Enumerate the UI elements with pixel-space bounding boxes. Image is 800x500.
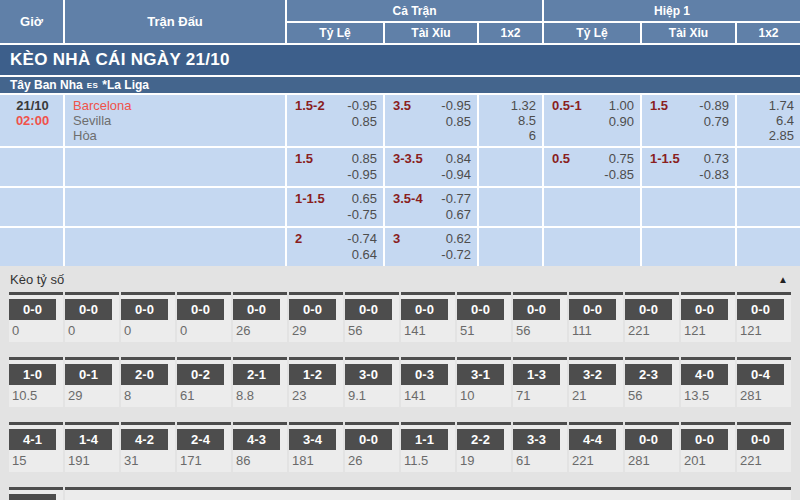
score-button[interactable]: 3-4 <box>289 429 336 450</box>
score-button[interactable]: 0-0 <box>569 299 616 320</box>
ft-handicap-cell[interactable]: 1.5-2-0.950.85 <box>287 95 383 146</box>
home-team: Barcelona <box>73 98 279 113</box>
odds-value[interactable]: 1.74 <box>769 98 794 113</box>
odds-value[interactable]: -0.74 <box>347 231 377 247</box>
match-teams-cell <box>65 228 285 266</box>
odds-value[interactable]: 2.85 <box>769 128 794 143</box>
score-button[interactable]: 0-4 <box>737 364 784 385</box>
score-button[interactable]: 2-3 <box>625 364 672 385</box>
collapse-section-icon[interactable]: ▲ <box>778 275 788 285</box>
h1-over-under-cell[interactable]: 1-1.50.73-0.83 <box>642 148 735 186</box>
score-cell: 0-00 <box>121 292 175 342</box>
ft-handicap-cell[interactable]: 1.50.85-0.95 <box>287 148 383 186</box>
score-button[interactable]: 1-4 <box>65 429 112 450</box>
score-button[interactable]: 1-3 <box>513 364 560 385</box>
odds-value[interactable]: 6 <box>529 128 536 143</box>
odds-value[interactable]: 0.75 <box>609 151 634 167</box>
odds-value[interactable]: 6.4 <box>776 113 794 128</box>
score-odds-value: 8 <box>121 385 175 403</box>
ft-over-under-cell[interactable]: 3-3.50.84-0.94 <box>385 148 477 186</box>
score-button[interactable]: 0-0 <box>9 494 56 500</box>
score-button[interactable]: 0-0 <box>65 299 112 320</box>
h1-over-under-cell[interactable]: 1.5-0.890.79 <box>642 95 735 146</box>
match-teams-cell[interactable]: BarcelonaSevillaHòa <box>65 95 285 146</box>
odds-value[interactable]: 0.73 <box>704 151 729 167</box>
odds-value[interactable]: 0.84 <box>446 151 471 167</box>
h1-handicap-cell[interactable]: 0.5-11.000.90 <box>544 95 640 146</box>
odds-values: 0.73-0.83 <box>699 151 729 183</box>
odds-value[interactable]: -0.95 <box>347 167 377 183</box>
score-button[interactable]: 2-2 <box>457 429 504 450</box>
score-button[interactable]: 4-4 <box>569 429 616 450</box>
score-button[interactable]: 0-3 <box>401 364 448 385</box>
score-button[interactable]: 3-2 <box>569 364 616 385</box>
odds-value[interactable]: 0.64 <box>352 247 377 263</box>
odds-value[interactable]: 0.79 <box>704 114 729 130</box>
h1-handicap-cell[interactable]: 0.50.75-0.85 <box>544 148 640 186</box>
score-button[interactable]: 0-0 <box>457 299 504 320</box>
score-button[interactable]: 3-3 <box>513 429 560 450</box>
score-button[interactable]: 0-0 <box>681 429 728 450</box>
col-header-h1-handicap: Tỷ Lệ <box>544 23 640 43</box>
score-button[interactable]: 0-2 <box>177 364 224 385</box>
ft-over-under-cell[interactable]: 30.62-0.72 <box>385 228 477 266</box>
odds-value[interactable]: -0.75 <box>347 207 377 223</box>
odds-value[interactable]: -0.85 <box>604 167 634 183</box>
odds-value[interactable]: -0.94 <box>441 167 471 183</box>
score-button[interactable]: 3-0 <box>345 364 392 385</box>
league-bar[interactable]: Tây Ban Nha ES *La Liga <box>0 77 800 93</box>
odds-value[interactable]: -0.95 <box>441 98 471 114</box>
score-button[interactable]: 0-0 <box>177 299 224 320</box>
score-button[interactable]: 4-0 <box>681 364 728 385</box>
score-odds-value: 0 <box>121 320 175 338</box>
score-button[interactable]: 0-0 <box>737 299 784 320</box>
score-button[interactable]: 2-4 <box>177 429 224 450</box>
odds-value[interactable]: 1.00 <box>609 98 634 114</box>
score-button[interactable]: 1-1 <box>401 429 448 450</box>
score-odds-value: 31 <box>121 450 175 468</box>
score-button[interactable]: 0-0 <box>513 299 560 320</box>
score-button[interactable]: 0-0 <box>233 299 280 320</box>
odds-value[interactable]: 0.85 <box>352 114 377 130</box>
ft-1x2-cell[interactable]: 1.328.56 <box>479 95 542 146</box>
score-button[interactable]: 0-0 <box>625 429 672 450</box>
odds-value[interactable]: 0.62 <box>446 231 471 247</box>
score-button[interactable]: 1-0 <box>9 364 56 385</box>
odds-value[interactable]: -0.95 <box>347 98 377 114</box>
odds-value[interactable]: 0.65 <box>352 191 377 207</box>
score-button[interactable]: 2-1 <box>233 364 280 385</box>
score-button[interactable]: 0-0 <box>345 429 392 450</box>
score-button[interactable]: 4-2 <box>121 429 168 450</box>
score-button[interactable]: 0-1 <box>65 364 112 385</box>
odds-value[interactable]: 8.5 <box>518 113 536 128</box>
score-button[interactable]: 1-2 <box>289 364 336 385</box>
score-button[interactable]: 0-0 <box>681 299 728 320</box>
odds-value[interactable]: -0.83 <box>699 167 729 183</box>
odds-value[interactable]: 0.90 <box>609 114 634 130</box>
score-button[interactable]: 0-0 <box>625 299 672 320</box>
score-button[interactable]: 4-1 <box>9 429 56 450</box>
ft-handicap-cell[interactable]: 1-1.50.65-0.75 <box>287 188 383 226</box>
score-button[interactable]: 0-0 <box>737 429 784 450</box>
score-button[interactable]: 4-3 <box>233 429 280 450</box>
odds-value[interactable]: -0.77 <box>441 191 471 207</box>
score-odds-value: 56 <box>513 320 567 338</box>
odds-value[interactable]: -0.89 <box>699 98 729 114</box>
odds-value[interactable]: 0.85 <box>352 151 377 167</box>
odds-value[interactable]: -0.72 <box>441 247 471 263</box>
ft-over-under-cell[interactable]: 3.5-0.950.85 <box>385 95 477 146</box>
score-button[interactable]: 0-0 <box>345 299 392 320</box>
odds-value[interactable]: 0.85 <box>446 114 471 130</box>
odds-value[interactable]: 0.67 <box>446 207 471 223</box>
ft-over-under-cell[interactable]: 3.5-4-0.770.67 <box>385 188 477 226</box>
score-button[interactable]: 0-0 <box>289 299 336 320</box>
score-button[interactable]: 3-1 <box>457 364 504 385</box>
score-button[interactable]: 0-0 <box>401 299 448 320</box>
score-button[interactable]: 0-0 <box>121 299 168 320</box>
h1-1x2-cell[interactable]: 1.746.42.85 <box>737 95 800 146</box>
score-button[interactable]: 0-0 <box>9 299 56 320</box>
ft-handicap-cell[interactable]: 2-0.740.64 <box>287 228 383 266</box>
ft-1x2-cell <box>479 148 542 186</box>
score-button[interactable]: 2-0 <box>121 364 168 385</box>
odds-value[interactable]: 1.32 <box>511 98 536 113</box>
